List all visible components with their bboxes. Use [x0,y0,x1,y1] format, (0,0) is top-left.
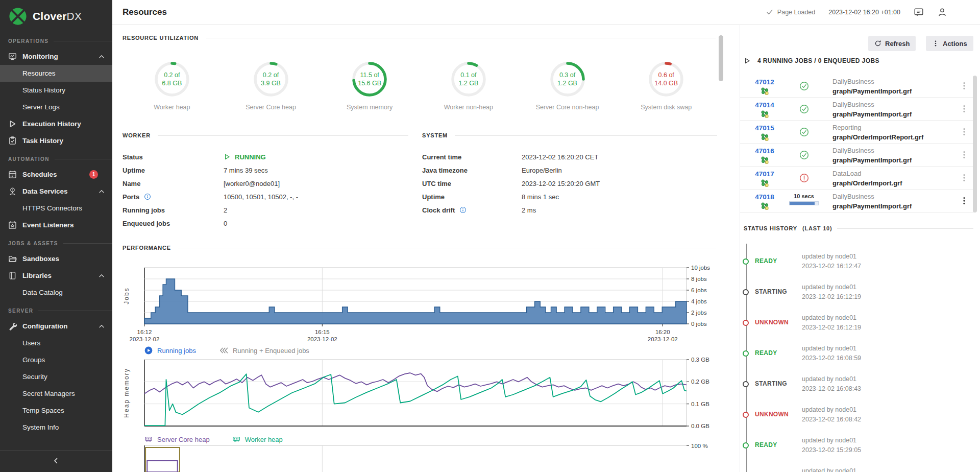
job-row-47017[interactable]: 47017DataLoadgraph/OrderImport.grf [740,167,975,190]
job-name: Reportinggraph/OrderImportReport.grf [832,123,923,142]
actions-button[interactable]: Actions [926,36,973,51]
history-status-label: UNKNOWN [755,411,801,418]
row-label: Current time [422,153,461,161]
play-icon [8,120,17,128]
system-label-utc-time: UTC time [422,180,522,187]
gauge-ring: 0.2 of3.9 GB [253,61,289,98]
row-label: Running jobs [122,206,165,214]
panel-scrollbar-thumb[interactable] [973,76,977,213]
info-icon[interactable] [144,193,151,200]
sidebar-item-users[interactable]: Users [0,335,112,351]
timeline-dot [743,258,749,265]
legend-label: Worker heap [245,436,283,443]
sidebar-item-temp-spaces[interactable]: Temp Spaces [0,402,112,419]
sidebar-section-operations: OPERATIONS [0,31,112,48]
job-sandbox: DailyBusiness [832,100,912,109]
running-jobs-header-label: 4 RUNNING JOBS / 0 ENQUEUED JOBS [757,57,879,64]
job-menu-kebab-icon[interactable] [960,196,969,205]
job-id-link[interactable]: 47015 [755,124,774,132]
sidebar-item-https-connectors[interactable]: HTTPS Connectors [0,200,112,217]
svg-text:2023-12-02: 2023-12-02 [130,336,160,342]
timeline-dot [743,320,749,326]
legend-worker-heap[interactable]: Worker heap [232,435,283,443]
sidebar-item-label: Temp Spaces [22,407,64,414]
sidebar-item-event-listeners[interactable]: Event Listeners [0,217,112,233]
job-menu-kebab-icon[interactable] [960,150,969,159]
sidebar-item-resources[interactable]: Resources [0,65,112,82]
job-row-47012[interactable]: 47012DailyBusinessgraph/PaymentImport.gr… [740,75,975,98]
sidebar-item-status-history[interactable]: Status History [0,82,112,99]
refresh-button[interactable]: Refresh [868,36,916,51]
sidebar-item-label: Data Services [22,187,68,195]
page-title: Resources [122,7,167,17]
section-system: SYSTEM [422,132,717,138]
main-scrollbar-thumb[interactable] [719,35,723,81]
main-content: RESOURCE UTILIZATION 0.2 of6.8 GBWorker … [112,25,727,472]
sidebar-collapse-button[interactable] [0,451,112,472]
sidebar-item-data-catalog[interactable]: Data Catalog [0,284,112,301]
chevron-up-icon [98,323,105,330]
worker-label-ports: Ports [122,193,224,201]
gauge-system-disk-swap: 0.6 of14.0 GBSystem disk swap [617,57,716,111]
worker-row-uptime: Uptime7 mins 39 secs [122,163,408,177]
page-load-status: Page Loaded [766,9,815,16]
sidebar-item-sandboxes[interactable]: Sandboxes [0,250,112,267]
job-sandbox: DailyBusiness [832,146,912,155]
legend-server-core-heap[interactable]: Server Core heap [144,435,210,443]
sidebar-item-data-services[interactable]: Data Services [0,183,112,200]
sidebar-item-system-info[interactable]: System Info [0,419,112,436]
sidebar-item-monitoring[interactable]: Monitoring [0,48,112,65]
cloverdx-logo-icon [8,7,28,26]
job-id-block: 47016 [749,146,780,164]
job-menu-kebab-icon[interactable] [960,173,969,182]
job-row-47015[interactable]: 47015Reportinggraph/OrderImportReport.gr… [740,121,975,144]
gauge-label: Server Core non-heap [536,104,599,111]
job-row-47016[interactable]: 47016DailyBusinessgraph/PaymentImport.gr… [740,144,975,167]
sidebar-item-secret-managers[interactable]: Secret Managers [0,385,112,402]
job-row-47018[interactable]: 4701810 secsDailyBusinessgraph/PaymentIm… [740,190,975,213]
job-id-block: 47012 [749,77,780,96]
job-row-47014[interactable]: 47014DailyBusinessgraph/PaymentImport.gr… [740,98,975,121]
sidebar-item-execution-history[interactable]: Execution History [0,115,112,132]
history-updated-by: updated by node01 [802,466,856,472]
job-path: graph/PaymentImport.grf [832,109,912,119]
job-menu-kebab-icon[interactable] [960,81,969,90]
section-divider [55,159,112,159]
svg-text:4 jobs: 4 jobs [691,298,707,304]
history-status-label: STARTING [755,380,801,387]
worker-row-status: StatusRUNNING [122,150,408,163]
job-id-link[interactable]: 47014 [755,101,774,109]
job-id-link[interactable]: 47012 [755,78,774,86]
gauge-value: 0.2 of6.8 GB [154,61,190,98]
job-menu-kebab-icon[interactable] [960,104,969,113]
graph-file-icon [761,156,769,164]
system-value-current-time: 2023-12-02 16:20:20 CET [522,153,598,161]
job-status [793,144,815,167]
job-menu-kebab-icon[interactable] [960,127,969,136]
job-name: DataLoadgraph/OrderImport.grf [832,169,902,188]
worker-value-ports: 10500, 10501, 10502, -, - [224,193,298,201]
sidebar-item-label: Event Listeners [22,221,74,229]
row-label: Clock drift [422,206,455,214]
sidebar-item-libraries[interactable]: Libraries [0,267,112,284]
row-label: Uptime [422,193,445,201]
job-id-link[interactable]: 47016 [755,147,774,155]
system-value-clock-drift: 2 ms [522,206,536,214]
history-meta: updated by node012023-12-02 16:12:47 [802,252,861,271]
sidebar-item-task-history[interactable]: Task History [0,132,112,149]
feedback-icon[interactable] [914,7,924,17]
gauge-label: Worker non-heap [444,104,493,111]
sidebar-item-security[interactable]: Security [0,368,112,385]
sidebar-item-server-logs[interactable]: Server Logs [0,99,112,115]
sidebar-item-groups[interactable]: Groups [0,351,112,368]
info-icon[interactable] [459,206,467,214]
user-icon[interactable] [937,7,947,17]
system-value-utc-time: 2023-12-02 15:20:20 GMT [522,180,600,187]
status-history-header: STATUS HISTORY (LAST 10) [744,225,973,231]
job-id-link[interactable]: 47018 [755,193,774,201]
sidebar-item-schedules[interactable]: Schedules1 [0,166,112,183]
sidebar-item-configuration[interactable]: Configuration [0,318,112,335]
system-label-uptime: Uptime [422,193,522,201]
job-id-link[interactable]: 47017 [755,170,774,178]
running-jobs-list: 47012DailyBusinessgraph/PaymentImport.gr… [740,75,975,213]
